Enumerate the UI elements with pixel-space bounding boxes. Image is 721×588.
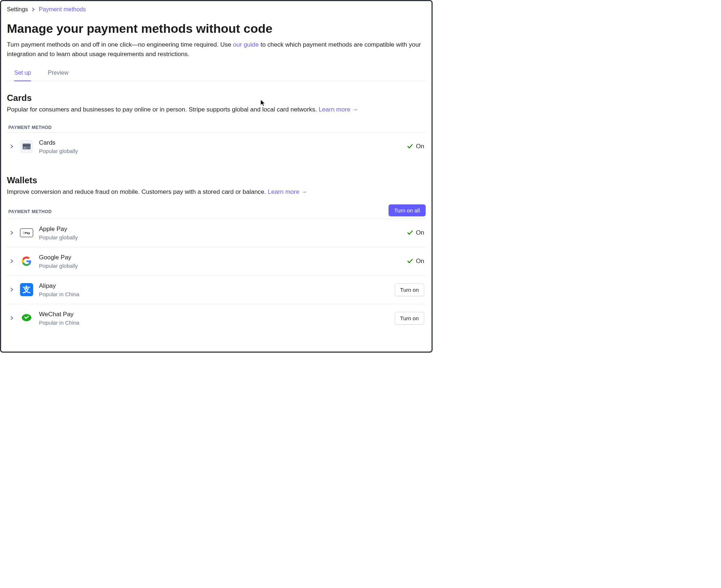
method-row-apple-pay[interactable]: Pay Apple Pay Popular globally On bbox=[7, 219, 426, 247]
section-desc-cards-text: Popular for consumers and businesses to … bbox=[7, 106, 319, 113]
method-name: Alipay bbox=[39, 282, 395, 290]
status-on: On bbox=[407, 143, 424, 150]
section-desc-cards: Popular for consumers and businesses to … bbox=[7, 106, 426, 113]
section-cards: Cards Popular for consumers and business… bbox=[7, 93, 426, 161]
turn-on-all-button[interactable]: Turn on all bbox=[389, 204, 426, 216]
section-desc-wallets-text: Improve conversion and reduce fraud on m… bbox=[7, 188, 268, 195]
check-icon bbox=[407, 230, 413, 236]
on-label: On bbox=[416, 143, 424, 150]
apple-pay-icon: Pay bbox=[20, 226, 33, 239]
learn-more-wallets-link[interactable]: Learn more → bbox=[268, 188, 307, 195]
turn-on-button[interactable]: Turn on bbox=[395, 283, 424, 296]
expand-icon[interactable] bbox=[8, 316, 16, 320]
expand-icon[interactable] bbox=[8, 259, 16, 263]
method-info: Alipay Popular in China bbox=[39, 282, 395, 297]
google-pay-icon bbox=[20, 255, 33, 268]
method-info: WeChat Pay Popular in China bbox=[39, 311, 395, 326]
method-popular: Popular globally bbox=[39, 234, 407, 240]
check-icon bbox=[407, 258, 413, 264]
learn-more-cards-link[interactable]: Learn more → bbox=[319, 106, 358, 113]
expand-icon[interactable] bbox=[8, 145, 16, 148]
on-label: On bbox=[416, 258, 424, 265]
section-desc-wallets: Improve conversion and reduce fraud on m… bbox=[7, 188, 426, 196]
method-info: Google Pay Popular globally bbox=[39, 254, 407, 269]
breadcrumb-parent[interactable]: Settings bbox=[7, 6, 28, 13]
chevron-right-icon bbox=[32, 6, 35, 13]
payment-method-header-label: PAYMENT METHOD bbox=[7, 125, 52, 130]
method-row-cards[interactable]: Cards Popular globally On bbox=[7, 133, 426, 161]
method-info: Cards Popular globally bbox=[39, 139, 407, 154]
table-header-cards: PAYMENT METHOD bbox=[7, 125, 426, 133]
section-title-cards: Cards bbox=[7, 93, 426, 103]
svg-rect-2 bbox=[24, 148, 26, 148]
method-popular: Popular in China bbox=[39, 320, 395, 326]
section-title-wallets: Wallets bbox=[7, 175, 426, 185]
payment-method-header-label: PAYMENT METHOD bbox=[7, 209, 52, 214]
turn-on-button[interactable]: Turn on bbox=[395, 312, 424, 325]
method-popular: Popular in China bbox=[39, 291, 395, 297]
tab-preview[interactable]: Preview bbox=[48, 70, 68, 81]
expand-icon[interactable] bbox=[8, 288, 16, 291]
status-on: On bbox=[407, 258, 424, 265]
method-popular: Popular globally bbox=[39, 263, 407, 269]
table-header-wallets: PAYMENT METHOD Turn on all bbox=[7, 207, 426, 219]
svg-rect-1 bbox=[23, 145, 31, 146]
wechat-pay-icon bbox=[20, 311, 33, 325]
section-wallets: Wallets Improve conversion and reduce fr… bbox=[7, 175, 426, 332]
page-subtitle: Turn payment methods on and off in one c… bbox=[7, 40, 426, 59]
method-name: Apple Pay bbox=[39, 226, 407, 233]
check-icon bbox=[407, 144, 413, 149]
method-popular: Popular globally bbox=[39, 148, 407, 154]
method-row-google-pay[interactable]: Google Pay Popular globally On bbox=[7, 247, 426, 276]
our-guide-link[interactable]: our guide bbox=[233, 41, 259, 48]
svg-rect-0 bbox=[23, 144, 31, 149]
method-name: Cards bbox=[39, 139, 407, 146]
on-label: On bbox=[416, 229, 424, 236]
method-info: Apple Pay Popular globally bbox=[39, 226, 407, 240]
method-row-wechat-pay[interactable]: WeChat Pay Popular in China Turn on bbox=[7, 304, 426, 332]
alipay-icon: 支 bbox=[20, 283, 33, 296]
page-title: Manage your payment methods without code bbox=[7, 21, 426, 36]
cards-icon bbox=[20, 140, 33, 153]
status-on: On bbox=[407, 229, 424, 236]
breadcrumb-current[interactable]: Payment methods bbox=[39, 6, 86, 13]
expand-icon[interactable] bbox=[8, 231, 16, 235]
tabs: Set up Preview bbox=[7, 70, 426, 81]
subtitle-text-before: Turn payment methods on and off in one c… bbox=[7, 41, 233, 48]
method-row-alipay[interactable]: 支 Alipay Popular in China Turn on bbox=[7, 276, 426, 304]
method-name: Google Pay bbox=[39, 254, 407, 261]
breadcrumb: Settings Payment methods bbox=[7, 6, 426, 13]
tab-set-up[interactable]: Set up bbox=[14, 70, 31, 81]
method-name: WeChat Pay bbox=[39, 311, 395, 318]
